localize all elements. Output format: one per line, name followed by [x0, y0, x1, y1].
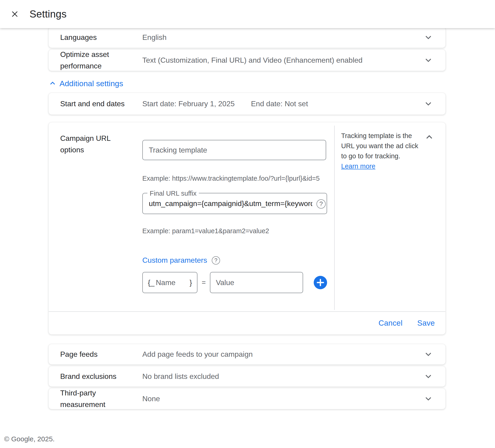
learn-more-link[interactable]: Learn more: [341, 162, 375, 170]
languages-label: Languages: [60, 32, 142, 43]
languages-value: English: [142, 33, 423, 42]
chevron-down-icon[interactable]: [423, 349, 433, 359]
final-url-suffix-field: Final URL suffix ?: [142, 193, 327, 214]
end-date-value: End date: Not set: [251, 100, 423, 108]
brand-exclusions-value: No brand lists excluded: [142, 372, 423, 381]
campaign-url-options-card: Campaign URL options Example: https://ww…: [48, 122, 446, 335]
card-action-bar: Cancel Save: [49, 311, 445, 334]
custom-parameter-value-input[interactable]: [210, 272, 303, 293]
optimize-label: Optimize asset performance: [60, 49, 142, 72]
tracking-template-example: Example: https://www.trackingtemplate.fo…: [142, 174, 327, 182]
vertical-divider: [334, 126, 335, 310]
campaign-url-form: Example: https://www.trackingtemplate.fo…: [142, 122, 327, 293]
chevron-down-icon[interactable]: [423, 99, 433, 109]
chevron-down-icon[interactable]: [423, 371, 433, 382]
custom-parameter-name-input[interactable]: {_ Name }: [142, 272, 197, 293]
page-feeds-label: Page feeds: [60, 348, 142, 360]
chevron-up-icon: [424, 132, 435, 142]
help-text: Tracking template is the URL you want th…: [341, 132, 418, 160]
plus-icon: [314, 276, 327, 289]
add-custom-parameter-button[interactable]: [314, 276, 327, 289]
tracking-template-input[interactable]: [142, 140, 326, 160]
close-button[interactable]: [10, 9, 20, 19]
name-suffix: }: [190, 278, 192, 287]
chevron-down-icon[interactable]: [423, 55, 433, 65]
chevron-down-icon[interactable]: [423, 394, 433, 404]
help-icon[interactable]: ?: [316, 199, 326, 209]
collapse-section-button[interactable]: [424, 132, 435, 143]
final-url-suffix-label: Final URL suffix: [147, 189, 199, 197]
row-brand-exclusions[interactable]: Brand exclusions No brand lists excluded: [48, 366, 446, 387]
help-icon[interactable]: ?: [212, 256, 220, 264]
caret-up-icon: [48, 79, 57, 88]
row-languages[interactable]: Languages English: [48, 27, 446, 48]
row-optimize-asset-performance[interactable]: Optimize asset performance Text (Customi…: [48, 49, 446, 71]
row-third-party-measurement[interactable]: Third-party measurement None: [48, 388, 446, 409]
chevron-down-icon[interactable]: [423, 32, 433, 42]
name-placeholder: Name: [156, 278, 175, 287]
close-icon: [10, 10, 19, 19]
optimize-value: Text (Customization, Final URL) and Vide…: [142, 56, 423, 65]
cancel-button[interactable]: Cancel: [379, 319, 402, 328]
additional-settings-label: Additional settings: [59, 79, 123, 88]
tracking-template-help-text: Tracking template is the URL you want th…: [341, 131, 419, 171]
equals-sign: =: [202, 279, 206, 287]
custom-parameter-row: {_ Name } =: [142, 272, 327, 293]
row-page-feeds[interactable]: Page feeds Add page feeds to your campai…: [48, 344, 446, 365]
page-title: Settings: [29, 8, 67, 20]
row-start-end-dates[interactable]: Start and end dates Start date: February…: [48, 93, 446, 115]
name-prefix: {_: [148, 278, 154, 287]
save-button[interactable]: Save: [417, 319, 435, 328]
third-party-value: None: [142, 395, 423, 403]
custom-parameters-link[interactable]: Custom parameters: [142, 256, 207, 264]
start-end-label: Start and end dates: [60, 98, 142, 109]
additional-settings-link[interactable]: Additional settings: [48, 78, 123, 89]
brand-exclusions-label: Brand exclusions: [60, 370, 142, 382]
header: Settings: [0, 0, 495, 28]
page-feeds-value: Add page feeds to your campaign: [142, 350, 423, 359]
copyright-text: © Google, 2025.: [4, 435, 55, 443]
third-party-label: Third-party measurement: [60, 387, 142, 410]
start-date-value: Start date: February 1, 2025: [142, 100, 251, 108]
campaign-url-options-label: Campaign URL options: [60, 132, 134, 156]
final-url-suffix-example: Example: param1=value1&param2=value2: [142, 227, 327, 235]
